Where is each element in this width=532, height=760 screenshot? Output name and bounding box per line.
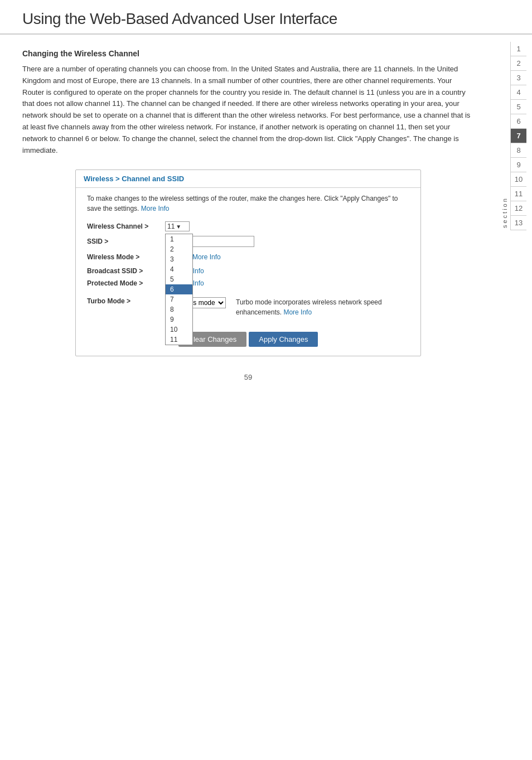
- channel-option-1[interactable]: 1: [166, 234, 192, 244]
- nav-num-5[interactable]: 5: [511, 100, 526, 114]
- channel-dropdown-list[interactable]: 1 2 3 4 5 6 7 8 9 10 11: [165, 234, 193, 345]
- section-label: section: [500, 42, 509, 230]
- nav-num-10[interactable]: 10: [511, 172, 526, 187]
- panel-buttons: Clear Changes Apply Changes: [87, 326, 409, 347]
- ssid-label: SSID >: [87, 238, 165, 245]
- page-number: 59: [22, 373, 474, 393]
- nav-num-8[interactable]: 8: [511, 143, 526, 158]
- wireless-mode-row: Wireless Mode > uto More Info: [87, 251, 409, 263]
- channel-option-5[interactable]: 5: [166, 274, 192, 284]
- panel-intro-more-info-link[interactable]: More Info: [141, 205, 170, 212]
- ssid-row: SSID >: [87, 236, 409, 247]
- wireless-panel: Wireless > Channel and SSID To make chan…: [75, 170, 421, 356]
- broadcast-ssid-label: Broadcast SSID >: [87, 267, 165, 275]
- broadcast-ssid-control: More Info: [165, 267, 409, 275]
- ssid-control: [165, 236, 409, 247]
- channel-dropdown-container: 11 ▼ 1 2 3 4 5 6 7 8 9: [165, 221, 190, 231]
- channel-option-8[interactable]: 8: [166, 304, 192, 314]
- channel-option-9[interactable]: 9: [166, 314, 192, 325]
- wireless-mode-more-info-link[interactable]: More Info: [192, 253, 221, 261]
- page-header: Using the Web-Based Advanced User Interf…: [0, 0, 532, 35]
- nav-num-1[interactable]: 1: [511, 42, 526, 56]
- nav-num-12[interactable]: 12: [511, 201, 526, 216]
- nav-num-13[interactable]: 13: [511, 216, 526, 230]
- body-text: There are a number of operating channels…: [22, 64, 474, 156]
- panel-intro-text: To make changes to the wireless settings…: [87, 195, 398, 212]
- channel-option-3[interactable]: 3: [166, 254, 192, 264]
- nav-num-4[interactable]: 4: [511, 85, 526, 100]
- wireless-channel-row: Wireless Channel > 11 ▼ 1 2 3 4 5: [87, 221, 409, 231]
- main-content: Changing the Wireless Channel There are …: [0, 38, 507, 404]
- channel-option-11[interactable]: 11: [166, 335, 192, 345]
- panel-header: Wireless > Channel and SSID: [76, 170, 420, 188]
- channel-option-7[interactable]: 7: [166, 294, 192, 304]
- section-heading: Changing the Wireless Channel: [22, 49, 474, 58]
- turbo-mode-row: Turbo Mode > 125Mbps mode Turbo mode inc…: [87, 297, 409, 317]
- channel-option-6[interactable]: 6: [166, 284, 192, 294]
- broadcast-ssid-row: Broadcast SSID > More Info: [87, 267, 409, 275]
- channel-option-4[interactable]: 4: [166, 264, 192, 274]
- nav-num-11[interactable]: 11: [511, 187, 526, 201]
- panel-body: To make changes to the wireless settings…: [76, 188, 420, 356]
- channel-dropdown-arrow-icon: ▼: [176, 224, 181, 230]
- channel-option-2[interactable]: 2: [166, 244, 192, 254]
- nav-numbers: 1 2 3 4 5 6 7 8 9 10 11 12 13: [510, 42, 526, 230]
- panel-intro: To make changes to the wireless settings…: [87, 193, 409, 214]
- nav-num-9[interactable]: 9: [511, 158, 526, 172]
- channel-option-10[interactable]: 10: [166, 325, 192, 335]
- page-title: Using the Web-Based Advanced User Interf…: [22, 10, 510, 28]
- turbo-mode-control: 125Mbps mode Turbo mode incorporates wir…: [165, 297, 409, 317]
- nav-num-7[interactable]: 7: [511, 129, 526, 143]
- wireless-mode-label: Wireless Mode >: [87, 253, 165, 261]
- channel-selected-value: 11: [167, 222, 175, 230]
- turbo-mode-more-info-link[interactable]: More Info: [283, 308, 312, 316]
- wireless-mode-control: uto More Info: [165, 251, 409, 263]
- nav-num-3[interactable]: 3: [511, 71, 526, 85]
- section-nav: section 1 2 3 4 5 6 7 8 9 10 11 12 13: [500, 42, 526, 230]
- apply-changes-button[interactable]: Apply Changes: [249, 332, 318, 347]
- turbo-mode-label: Turbo Mode >: [87, 297, 165, 305]
- protected-mode-row: Protected Mode > More Info: [87, 279, 409, 287]
- protected-mode-label: Protected Mode >: [87, 279, 165, 287]
- nav-num-2[interactable]: 2: [511, 56, 526, 71]
- nav-num-6[interactable]: 6: [511, 114, 526, 129]
- wireless-channel-label: Wireless Channel >: [87, 222, 165, 230]
- wireless-channel-control: 11 ▼ 1 2 3 4 5 6 7 8 9: [165, 221, 409, 231]
- protected-mode-control: More Info: [165, 279, 409, 287]
- turbo-mode-description: Turbo mode incorporates wireless network…: [236, 297, 409, 317]
